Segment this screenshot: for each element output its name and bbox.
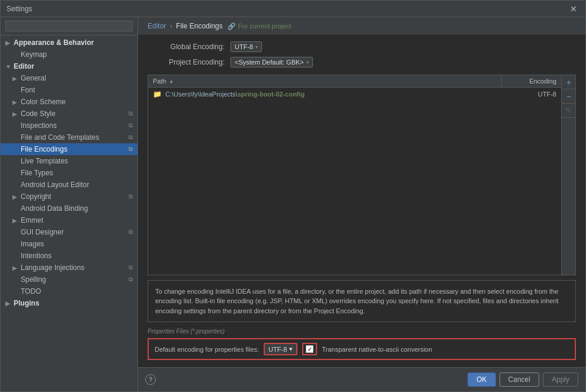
project-encoding-label: Project Encoding:	[148, 58, 225, 66]
global-encoding-label: Global Encoding:	[148, 43, 225, 51]
sidebar-item-label: Language Injections	[21, 264, 84, 272]
table-main: Path ▲ Encoding 📁	[148, 75, 561, 275]
expand-arrow: ▶	[12, 111, 21, 117]
edit-row-button[interactable]: ✎	[562, 104, 576, 118]
title-bar: Settings ✕	[1, 1, 585, 17]
search-input[interactable]	[5, 21, 133, 31]
for-current-project[interactable]: 🔗 For current project	[228, 23, 292, 30]
sidebar-item-label: Live Templates	[21, 157, 68, 165]
sidebar-item-code-style[interactable]: ▶ Code Style ⧉	[1, 108, 137, 120]
sidebar-item-android-layout-editor[interactable]: Android Layout Editor	[1, 179, 137, 191]
copy-icon: ⧉	[129, 146, 133, 153]
global-encoding-value: UTF-8	[235, 43, 253, 50]
window-title: Settings	[7, 5, 32, 13]
copy-icon: ⧉	[129, 134, 133, 141]
close-button[interactable]: ✕	[568, 4, 579, 14]
cancel-button[interactable]: Cancel	[499, 372, 539, 387]
expand-arrow: ▶	[5, 40, 14, 46]
ok-button[interactable]: OK	[467, 372, 495, 387]
expand-arrow: ▶	[12, 99, 21, 105]
sidebar-item-language-injections[interactable]: ▶ Language Injections ⧉	[1, 262, 137, 274]
global-encoding-row: Global Encoding: UTF-8 ▾	[148, 41, 576, 52]
description-text: To change encoding IntelliJ IDEA uses fo…	[155, 288, 559, 314]
properties-section: Properties Files (*.properties) Default …	[148, 328, 576, 360]
properties-title: Properties Files (*.properties)	[148, 328, 576, 335]
sort-asc-icon: ▲	[169, 78, 174, 84]
sidebar-item-editor[interactable]: ▼ Editor	[1, 60, 137, 72]
sidebar-item-plugins[interactable]: ▶ Plugins	[1, 297, 137, 309]
sidebar-item-label: Images	[21, 240, 44, 248]
row-encoding-value: UTF-8	[538, 91, 556, 98]
sidebar-item-label: Inspections	[21, 121, 57, 130]
sidebar-item-label: Android Data Binding	[21, 204, 88, 213]
sidebar-item-todo[interactable]: TODO	[1, 285, 137, 297]
default-encoding-select[interactable]: UTF-8 ▾	[264, 343, 297, 355]
copy-icon: ⧉	[129, 193, 133, 200]
sidebar-item-label: Emmet	[21, 216, 43, 224]
sidebar-item-label: GUI Designer	[21, 228, 64, 236]
copy-icon: ⧉	[129, 122, 133, 129]
apply-button[interactable]: Apply	[543, 372, 578, 387]
sidebar-item-copyright[interactable]: ▶ Copyright ⧉	[1, 191, 137, 203]
breadcrumb-parent: Editor	[148, 22, 166, 30]
sidebar-item-color-scheme[interactable]: ▶ Color Scheme	[1, 96, 137, 108]
main-content: ▶ Appearance & Behavior Keymap ▼ Editor …	[1, 17, 585, 391]
sidebar-item-emmet[interactable]: ▶ Emmet	[1, 214, 137, 226]
sidebar-item-label: File Types	[21, 169, 53, 177]
sidebar-item-label: Keymap	[21, 50, 47, 59]
sidebar-item-file-encodings[interactable]: File Encodings ⧉	[1, 143, 137, 155]
sidebar-item-images[interactable]: Images	[1, 238, 137, 250]
sidebar-item-label: Font	[21, 86, 35, 94]
copy-icon: ⧉	[129, 276, 133, 283]
sidebar-item-file-types[interactable]: File Types	[1, 167, 137, 179]
folder-icon: 📁	[153, 90, 162, 98]
col-path-header: Path ▲	[148, 75, 502, 87]
sidebar-item-general[interactable]: ▶ General	[1, 72, 137, 84]
transparent-checkbox[interactable]	[306, 345, 313, 353]
project-encoding-select[interactable]: <System Default: GBK> ▾	[230, 57, 313, 68]
sidebar-item-live-templates[interactable]: Live Templates	[1, 155, 137, 167]
expand-arrow: ▶	[12, 194, 21, 200]
path-text: C:\Users\fy\IdeaProjects\spring-boot-02-…	[165, 91, 305, 98]
global-encoding-select[interactable]: UTF-8 ▾	[230, 41, 262, 52]
sidebar-item-label: Plugins	[14, 299, 39, 307]
table-actions: + − ✎	[561, 75, 575, 275]
breadcrumb-sep: ›	[170, 22, 174, 30]
project-encoding-row: Project Encoding: <System Default: GBK> …	[148, 57, 576, 68]
expand-arrow: ▶	[12, 217, 21, 224]
add-row-button[interactable]: +	[562, 75, 576, 89]
sidebar-tree: ▶ Appearance & Behavior Keymap ▼ Editor …	[1, 36, 137, 391]
td-encoding: UTF-8	[497, 91, 556, 98]
help-button[interactable]: ?	[145, 374, 156, 385]
sidebar-item-inspections[interactable]: Inspections ⧉	[1, 120, 137, 131]
sidebar-item-label: General	[21, 74, 46, 82]
copy-icon: ⧉	[129, 110, 133, 117]
sidebar-item-label: Android Layout Editor	[21, 181, 89, 189]
chevron-down-icon: ▾	[255, 44, 258, 50]
copy-icon: ⧉	[129, 264, 133, 271]
td-path: 📁 C:\Users\fy\IdeaProjects\spring-boot-0…	[153, 90, 497, 98]
sidebar-item-label: Color Scheme	[21, 98, 66, 106]
sidebar-item-label: File and Code Templates	[21, 133, 100, 142]
chevron-down-icon: ▾	[306, 60, 309, 65]
sidebar: ▶ Appearance & Behavior Keymap ▼ Editor …	[1, 17, 138, 391]
transparent-label: Transparent native-to-ascii conversion	[322, 346, 432, 353]
sidebar-item-label: TODO	[21, 287, 41, 295]
sidebar-item-gui-designer[interactable]: GUI Designer ⧉	[1, 226, 137, 238]
remove-row-button[interactable]: −	[562, 89, 576, 104]
sidebar-item-keymap[interactable]: Keymap	[1, 49, 137, 60]
table-row[interactable]: 📁 C:\Users\fy\IdeaProjects\spring-boot-0…	[148, 88, 561, 101]
sidebar-item-android-data-binding[interactable]: Android Data Binding	[1, 203, 137, 214]
properties-row: Default encoding for properties files: U…	[148, 338, 576, 360]
panel-header: Editor › File Encodings 🔗 For current pr…	[138, 17, 585, 34]
sidebar-item-font[interactable]: Font	[1, 84, 137, 96]
col-encoding-label: Encoding	[529, 78, 556, 85]
sidebar-item-label: File Encodings	[21, 145, 68, 153]
sidebar-item-appearance[interactable]: ▶ Appearance & Behavior	[1, 37, 137, 49]
sidebar-item-spelling[interactable]: Spelling ⧉	[1, 274, 137, 285]
sidebar-item-intentions[interactable]: Intentions	[1, 250, 137, 262]
copy-icon: ⧉	[129, 229, 133, 236]
panel-body: Global Encoding: UTF-8 ▾ Project Encodin…	[138, 34, 585, 367]
sidebar-item-file-code-templates[interactable]: File and Code Templates ⧉	[1, 131, 137, 143]
right-panel: Editor › File Encodings 🔗 For current pr…	[138, 17, 585, 391]
